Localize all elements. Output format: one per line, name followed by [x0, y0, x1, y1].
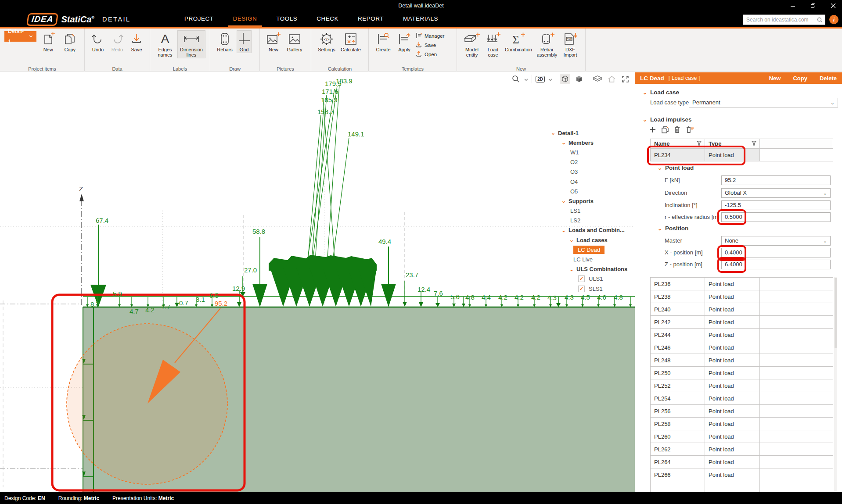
impulse-row-pl248[interactable]: PL248Point load: [651, 354, 833, 367]
zoom-icon[interactable]: [511, 74, 521, 84]
template-manager-button[interactable]: Manager: [415, 32, 444, 40]
tab-design[interactable]: DESIGN: [233, 11, 257, 27]
impulse-row-pl242[interactable]: PL242Point load: [651, 316, 833, 329]
point-load-group-header[interactable]: ⌄ Point load: [658, 164, 694, 171]
tree-item-detail-1[interactable]: ⌄Detail-1: [550, 128, 635, 138]
clip-view-icon[interactable]: [592, 74, 603, 84]
impulse-row-pl244[interactable]: PL244Point load: [651, 329, 833, 341]
f-input[interactable]: 95.2: [721, 175, 831, 185]
tree-item-sls1[interactable]: ✓SLS1: [550, 284, 635, 293]
dxf-import-button[interactable]: DXF DXF Import: [561, 30, 580, 58]
tab-materials[interactable]: MATERIALS: [403, 11, 438, 27]
tree-item-members[interactable]: ⌄Members: [550, 138, 635, 147]
z-position-input[interactable]: 6.4000: [721, 260, 831, 269]
inclination-input[interactable]: -125.5: [721, 200, 831, 210]
tree-item-w1[interactable]: W1: [550, 147, 635, 157]
load-case-type-select[interactable]: Permanent⌄: [689, 98, 838, 107]
redo-button[interactable]: Redo: [108, 30, 126, 53]
gallery-button[interactable]: Gallery: [284, 30, 305, 53]
tree-item-supports[interactable]: ⌄Supports: [550, 196, 635, 206]
filter-icon[interactable]: [697, 140, 702, 147]
tab-check[interactable]: CHECK: [317, 11, 338, 27]
scrollbar-thumb[interactable]: [835, 278, 837, 348]
new-rebar-assembly-button[interactable]: Rebar assembly: [535, 30, 559, 58]
search-icon[interactable]: [817, 17, 825, 23]
search-input[interactable]: [743, 17, 817, 23]
impulse-row-pl260[interactable]: PL260Point load: [651, 430, 833, 443]
view-mode-2d-button[interactable]: 2D: [536, 76, 545, 82]
filter-icon[interactable]: [752, 140, 756, 147]
new-combination-button[interactable]: Σ Combination: [504, 30, 533, 53]
tab-project[interactable]: PROJECT: [184, 11, 214, 27]
tree-item-lc-live[interactable]: LC Live: [550, 254, 635, 264]
column-header-type[interactable]: Type: [705, 139, 760, 148]
wireframe-view-button[interactable]: [560, 74, 570, 84]
tree-item-ls1[interactable]: LS1: [550, 206, 635, 216]
new-project-item-button[interactable]: New: [38, 30, 58, 53]
position-group-header[interactable]: ⌄ Position: [658, 225, 688, 232]
template-create-button[interactable]: Create: [373, 30, 393, 53]
impulse-row-pl252[interactable]: PL252Point load: [651, 379, 833, 392]
impulse-row-pl240[interactable]: PL240Point load: [651, 303, 833, 316]
tab-report[interactable]: REPORT: [358, 11, 384, 27]
load-case-section-header[interactable]: ⌄ Load case: [643, 89, 679, 96]
master-select[interactable]: None⌄: [721, 236, 831, 246]
impulse-row-pl250[interactable]: PL250Point load: [651, 367, 833, 379]
panel-copy-button[interactable]: Copy: [793, 75, 807, 82]
close-icon[interactable]: [831, 3, 836, 8]
copy-project-item-button[interactable]: Copy: [60, 30, 80, 53]
tab-tools[interactable]: TOOLS: [276, 11, 297, 27]
delete-impulse-icon[interactable]: [674, 126, 680, 135]
save-button[interactable]: Save: [128, 30, 145, 53]
tree-item-o2[interactable]: O2: [550, 157, 635, 167]
detail-selector[interactable]: Detail-1: [4, 31, 36, 42]
impulse-row-pl266[interactable]: PL266Point load: [651, 468, 833, 481]
fit-view-icon[interactable]: [620, 74, 630, 84]
impulse-row-pl254[interactable]: PL254Point load: [651, 392, 833, 405]
dimension-lines-button[interactable]: Dimension lines: [177, 30, 205, 58]
radius-input[interactable]: 0.5000: [721, 212, 831, 222]
solid-view-button[interactable]: [574, 74, 584, 84]
template-save-button[interactable]: Save: [415, 41, 444, 49]
tree-item-o3[interactable]: O3: [550, 167, 635, 177]
panel-delete-button[interactable]: Delete: [820, 75, 837, 82]
load-impulses-section-header[interactable]: ⌄ Load impulses: [643, 116, 692, 123]
calculate-button[interactable]: Calculate: [339, 30, 362, 53]
minimize-icon[interactable]: [790, 3, 795, 8]
tree-item-uls-combinations[interactable]: ⌄ULS Combinations: [550, 265, 635, 274]
direction-select[interactable]: Global X⌄: [721, 188, 831, 198]
restore-icon[interactable]: [810, 3, 816, 8]
tree-item-lc-dead[interactable]: LC Dead: [550, 245, 635, 254]
edges-names-button[interactable]: A Edges names: [155, 30, 176, 58]
chevron-down-icon[interactable]: [524, 75, 528, 83]
tree-item-loads-and-combin[interactable]: ⌄Loads and Combin...: [550, 225, 635, 235]
selected-impulse-row[interactable]: PL234 Point load: [650, 149, 833, 161]
copy-impulse-icon[interactable]: [661, 126, 669, 135]
impulse-row-pl258[interactable]: PL258Point load: [651, 418, 833, 430]
drawing-canvas[interactable]: 183.9179.5171.6165.9158.7149.167.458.827…: [0, 71, 635, 492]
panel-new-button[interactable]: New: [769, 75, 781, 82]
tree-item-load-cases[interactable]: ⌄Load cases: [550, 235, 635, 245]
scrollbar[interactable]: [834, 277, 837, 491]
template-apply-button[interactable]: Apply: [395, 30, 414, 53]
new-model-entity-button[interactable]: Model entity: [461, 30, 482, 58]
tree-item-ls2[interactable]: LS2: [550, 216, 635, 225]
new-load-case-button[interactable]: Load case: [484, 30, 502, 58]
impulse-row-pl262[interactable]: PL262Point load: [651, 443, 833, 456]
add-impulse-icon[interactable]: [649, 126, 656, 134]
checkbox[interactable]: ✓: [578, 286, 585, 292]
delete-all-impulses-icon[interactable]: [686, 126, 694, 135]
settings-button[interactable]: </> Settings: [316, 30, 338, 53]
tree-item-o5[interactable]: O5: [550, 186, 635, 196]
impulse-row-pl246[interactable]: PL246Point load: [651, 341, 833, 354]
impulse-row-pl256[interactable]: PL256Point load: [651, 405, 833, 418]
checkbox[interactable]: ✓: [578, 275, 585, 282]
grid-button[interactable]: Grid: [237, 30, 252, 53]
impulse-row-pl236[interactable]: PL236Point load: [651, 278, 833, 290]
tree-item-uls1[interactable]: ✓ULS1: [550, 274, 635, 284]
rebars-button[interactable]: Rebars: [215, 30, 235, 53]
template-open-button[interactable]: Open: [415, 50, 444, 58]
impulse-row-pl238[interactable]: PL238Point load: [651, 290, 833, 303]
tree-item-o4[interactable]: O4: [550, 177, 635, 186]
x-position-input[interactable]: 0.4000: [721, 248, 831, 257]
